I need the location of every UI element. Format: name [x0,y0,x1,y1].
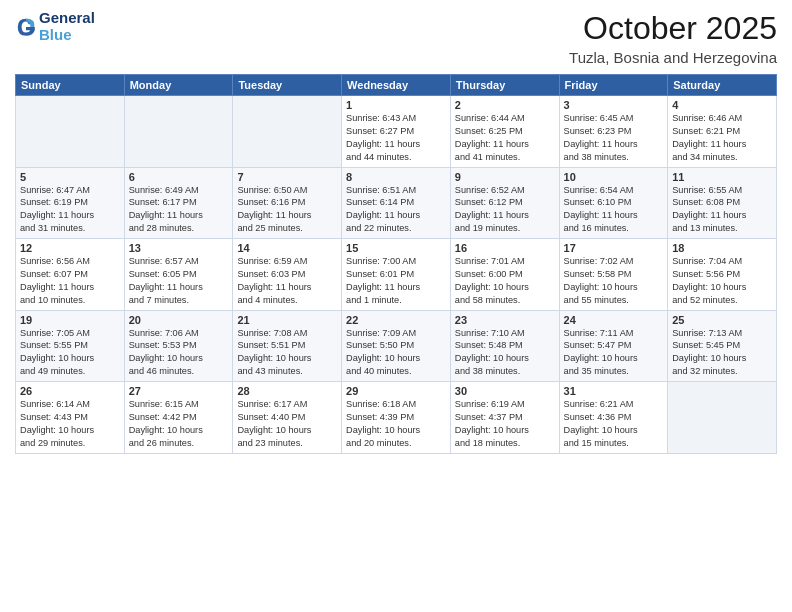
day-number: 20 [129,314,229,326]
day-number: 3 [564,99,664,111]
logo-text: General Blue [39,10,95,43]
day-info: Sunrise: 6:18 AM Sunset: 4:39 PM Dayligh… [346,398,446,450]
day-number: 10 [564,171,664,183]
day-info: Sunrise: 6:19 AM Sunset: 4:37 PM Dayligh… [455,398,555,450]
weekday-header-row: Sunday Monday Tuesday Wednesday Thursday… [16,75,777,96]
calendar-cell: 19Sunrise: 7:05 AM Sunset: 5:55 PM Dayli… [16,310,125,382]
calendar-cell: 22Sunrise: 7:09 AM Sunset: 5:50 PM Dayli… [342,310,451,382]
day-number: 28 [237,385,337,397]
day-info: Sunrise: 7:00 AM Sunset: 6:01 PM Dayligh… [346,255,446,307]
logo: General Blue [15,10,95,43]
day-info: Sunrise: 7:13 AM Sunset: 5:45 PM Dayligh… [672,327,772,379]
day-number: 11 [672,171,772,183]
day-number: 31 [564,385,664,397]
calendar-cell: 30Sunrise: 6:19 AM Sunset: 4:37 PM Dayli… [450,382,559,454]
calendar-cell: 12Sunrise: 6:56 AM Sunset: 6:07 PM Dayli… [16,239,125,311]
title-block: October 2025 Tuzla, Bosnia and Herzegovi… [569,10,777,66]
day-number: 13 [129,242,229,254]
calendar-cell: 31Sunrise: 6:21 AM Sunset: 4:36 PM Dayli… [559,382,668,454]
day-info: Sunrise: 6:43 AM Sunset: 6:27 PM Dayligh… [346,112,446,164]
day-info: Sunrise: 6:44 AM Sunset: 6:25 PM Dayligh… [455,112,555,164]
page: General Blue October 2025 Tuzla, Bosnia … [0,0,792,612]
calendar-cell: 7Sunrise: 6:50 AM Sunset: 6:16 PM Daylig… [233,167,342,239]
header-thursday: Thursday [450,75,559,96]
day-number: 26 [20,385,120,397]
day-info: Sunrise: 7:02 AM Sunset: 5:58 PM Dayligh… [564,255,664,307]
day-info: Sunrise: 6:54 AM Sunset: 6:10 PM Dayligh… [564,184,664,236]
day-info: Sunrise: 6:21 AM Sunset: 4:36 PM Dayligh… [564,398,664,450]
calendar-cell: 1Sunrise: 6:43 AM Sunset: 6:27 PM Daylig… [342,96,451,168]
day-number: 19 [20,314,120,326]
day-info: Sunrise: 6:14 AM Sunset: 4:43 PM Dayligh… [20,398,120,450]
day-number: 21 [237,314,337,326]
day-number: 1 [346,99,446,111]
calendar-week-1: 5Sunrise: 6:47 AM Sunset: 6:19 PM Daylig… [16,167,777,239]
calendar-cell: 28Sunrise: 6:17 AM Sunset: 4:40 PM Dayli… [233,382,342,454]
day-number: 24 [564,314,664,326]
day-info: Sunrise: 6:49 AM Sunset: 6:17 PM Dayligh… [129,184,229,236]
calendar-cell [16,96,125,168]
calendar-cell: 29Sunrise: 6:18 AM Sunset: 4:39 PM Dayli… [342,382,451,454]
calendar-cell: 25Sunrise: 7:13 AM Sunset: 5:45 PM Dayli… [668,310,777,382]
day-number: 22 [346,314,446,326]
day-info: Sunrise: 7:04 AM Sunset: 5:56 PM Dayligh… [672,255,772,307]
calendar-cell [668,382,777,454]
calendar-cell: 26Sunrise: 6:14 AM Sunset: 4:43 PM Dayli… [16,382,125,454]
calendar-cell: 16Sunrise: 7:01 AM Sunset: 6:00 PM Dayli… [450,239,559,311]
calendar-cell: 24Sunrise: 7:11 AM Sunset: 5:47 PM Dayli… [559,310,668,382]
day-number: 16 [455,242,555,254]
day-info: Sunrise: 7:01 AM Sunset: 6:00 PM Dayligh… [455,255,555,307]
calendar-week-2: 12Sunrise: 6:56 AM Sunset: 6:07 PM Dayli… [16,239,777,311]
calendar-cell: 21Sunrise: 7:08 AM Sunset: 5:51 PM Dayli… [233,310,342,382]
day-number: 27 [129,385,229,397]
day-info: Sunrise: 6:56 AM Sunset: 6:07 PM Dayligh… [20,255,120,307]
day-info: Sunrise: 7:09 AM Sunset: 5:50 PM Dayligh… [346,327,446,379]
day-number: 12 [20,242,120,254]
day-info: Sunrise: 6:45 AM Sunset: 6:23 PM Dayligh… [564,112,664,164]
calendar-cell: 2Sunrise: 6:44 AM Sunset: 6:25 PM Daylig… [450,96,559,168]
calendar-cell: 23Sunrise: 7:10 AM Sunset: 5:48 PM Dayli… [450,310,559,382]
day-number: 14 [237,242,337,254]
calendar-cell: 15Sunrise: 7:00 AM Sunset: 6:01 PM Dayli… [342,239,451,311]
calendar-cell: 6Sunrise: 6:49 AM Sunset: 6:17 PM Daylig… [124,167,233,239]
calendar-cell [124,96,233,168]
calendar-cell: 14Sunrise: 6:59 AM Sunset: 6:03 PM Dayli… [233,239,342,311]
calendar-cell: 27Sunrise: 6:15 AM Sunset: 4:42 PM Dayli… [124,382,233,454]
day-info: Sunrise: 6:15 AM Sunset: 4:42 PM Dayligh… [129,398,229,450]
calendar-cell: 20Sunrise: 7:06 AM Sunset: 5:53 PM Dayli… [124,310,233,382]
day-info: Sunrise: 6:57 AM Sunset: 6:05 PM Dayligh… [129,255,229,307]
logo-icon [15,16,37,38]
day-info: Sunrise: 6:50 AM Sunset: 6:16 PM Dayligh… [237,184,337,236]
day-info: Sunrise: 7:08 AM Sunset: 5:51 PM Dayligh… [237,327,337,379]
calendar-week-3: 19Sunrise: 7:05 AM Sunset: 5:55 PM Dayli… [16,310,777,382]
calendar-cell: 4Sunrise: 6:46 AM Sunset: 6:21 PM Daylig… [668,96,777,168]
day-info: Sunrise: 6:55 AM Sunset: 6:08 PM Dayligh… [672,184,772,236]
day-number: 29 [346,385,446,397]
day-number: 15 [346,242,446,254]
day-info: Sunrise: 6:17 AM Sunset: 4:40 PM Dayligh… [237,398,337,450]
day-info: Sunrise: 6:51 AM Sunset: 6:14 PM Dayligh… [346,184,446,236]
day-number: 6 [129,171,229,183]
day-number: 25 [672,314,772,326]
day-info: Sunrise: 6:46 AM Sunset: 6:21 PM Dayligh… [672,112,772,164]
header: General Blue October 2025 Tuzla, Bosnia … [15,10,777,66]
month-title: October 2025 [569,10,777,47]
calendar-table: Sunday Monday Tuesday Wednesday Thursday… [15,74,777,454]
calendar-cell: 9Sunrise: 6:52 AM Sunset: 6:12 PM Daylig… [450,167,559,239]
header-friday: Friday [559,75,668,96]
day-info: Sunrise: 6:59 AM Sunset: 6:03 PM Dayligh… [237,255,337,307]
header-monday: Monday [124,75,233,96]
day-number: 4 [672,99,772,111]
day-info: Sunrise: 7:10 AM Sunset: 5:48 PM Dayligh… [455,327,555,379]
day-number: 30 [455,385,555,397]
day-number: 7 [237,171,337,183]
day-info: Sunrise: 7:11 AM Sunset: 5:47 PM Dayligh… [564,327,664,379]
calendar-cell: 10Sunrise: 6:54 AM Sunset: 6:10 PM Dayli… [559,167,668,239]
day-number: 17 [564,242,664,254]
day-number: 2 [455,99,555,111]
header-tuesday: Tuesday [233,75,342,96]
calendar-cell: 3Sunrise: 6:45 AM Sunset: 6:23 PM Daylig… [559,96,668,168]
day-info: Sunrise: 7:06 AM Sunset: 5:53 PM Dayligh… [129,327,229,379]
header-sunday: Sunday [16,75,125,96]
day-info: Sunrise: 6:47 AM Sunset: 6:19 PM Dayligh… [20,184,120,236]
